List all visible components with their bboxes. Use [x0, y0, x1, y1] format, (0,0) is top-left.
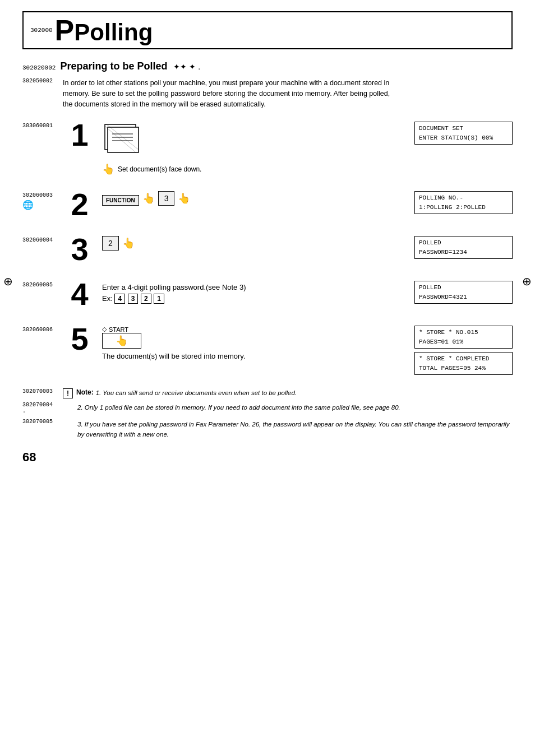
step-5-left: ◇ START 👆 The document(s) will be stored… — [102, 326, 246, 360]
left-cross-mark: ⊕ — [3, 275, 13, 288]
step-3-icon-area: 2 👆 — [102, 236, 135, 251]
start-label: ◇ START — [102, 326, 246, 333]
right-cross-mark: ⊕ — [522, 275, 532, 288]
hand-pointer-3: 👆 — [122, 237, 135, 249]
step-5-code: 302060006 — [22, 323, 63, 333]
intro-text: In order to let other stations poll your… — [63, 78, 399, 109]
note-2-code: 302070004 · — [22, 402, 63, 415]
key-2-button[interactable]: 2 — [102, 236, 119, 251]
step-1: 303060001 1 — [22, 119, 513, 175]
step-1-desc: Set document(s) face down. — [118, 165, 201, 173]
step-3-display: POLLED PASSWORD=1234 — [414, 236, 513, 259]
step-4-content: Enter a 4-digit polling password.(see No… — [96, 279, 513, 304]
step-5-content: ◇ START 👆 The document(s) will be stored… — [96, 323, 513, 375]
step-5: 302060006 5 ◇ START 👆 The document(s) wi… — [22, 323, 513, 375]
step-1-number: 1 — [63, 119, 96, 151]
step-5-number: 5 — [63, 323, 96, 355]
section-heading: 302020002 Preparing to be Polled ✦✦ ✦ . — [22, 61, 513, 72]
intro-block: 302050002 In order to let other stations… — [22, 78, 513, 109]
hand-pointer-5: 👆 — [116, 335, 128, 347]
function-button[interactable]: FUNCTION — [102, 195, 139, 206]
step-5-display-2: * STORE * COMPLETED TOTAL PAGES=05 24% — [414, 352, 513, 375]
note-1-code: 302070003 — [22, 388, 63, 395]
step-1-content: 👆 Set document(s) face down. DOCUMENT SE… — [96, 119, 513, 175]
note-row-3: 302070005 3. If you have set the polling… — [22, 419, 513, 439]
step-5-displays: * STORE * NO.015 PAGES=01 01% * STORE * … — [414, 326, 513, 375]
page-number: 68 — [22, 450, 513, 465]
diamond-icon: ◇ — [102, 326, 107, 333]
note-label: Note: — [76, 388, 94, 396]
step-3-number: 3 — [63, 234, 96, 265]
title-P: P — [55, 14, 75, 47]
note-3-code: 302070005 — [22, 419, 63, 425]
note-icon: ! — [63, 388, 73, 398]
step-1-display: DOCUMENT SET ENTER STATION(S) 00% — [414, 122, 513, 145]
step-3: 302060004 3 2 👆 POLLED PASSWORD=1234 — [22, 234, 513, 265]
document-icon — [102, 122, 153, 161]
svg-rect-1 — [108, 127, 139, 152]
step-2-display: POLLING NO.- 1:POLLING 2:POLLED — [414, 191, 513, 214]
header-code: 302000 — [30, 27, 53, 34]
notes-section: 302070003 ! Note: 1. You can still send … — [22, 388, 513, 439]
hand-pointer-1: 👆 — [102, 163, 114, 175]
step-5-display-1: * STORE * NO.015 PAGES=01 01% — [414, 326, 513, 349]
step-4-text-area: Enter a 4-digit polling password.(see No… — [102, 281, 246, 304]
note-2-text: 2. Only 1 polled file can be stored in m… — [77, 404, 400, 411]
step-4-code: 302060005 — [22, 279, 63, 288]
step-2: 302060003 🌐 2 FUNCTION 👆 3 👆 POLL — [22, 189, 513, 220]
hand-pointer-2a: 👆 — [142, 192, 155, 205]
step-4-display: POLLED PASSWORD=4321 — [414, 281, 513, 304]
steps-area: 303060001 1 — [22, 119, 513, 375]
step-4-example: Ex: 4 3 2 1 — [102, 294, 246, 304]
key-1: 1 — [154, 294, 164, 304]
step-4-desc: Enter a 4-digit polling password.(see No… — [102, 283, 246, 291]
start-button[interactable]: 👆 — [102, 333, 141, 349]
step-2-code: 302060003 🌐 — [22, 189, 63, 211]
step-4-number: 4 — [63, 279, 96, 310]
step-3-content: 2 👆 POLLED PASSWORD=1234 — [96, 234, 513, 259]
step-4: 302060005 4 Enter a 4-digit polling pass… — [22, 279, 513, 310]
note-row-2: 302070004 · 2. Only 1 polled file can be… — [22, 402, 513, 415]
note-row-1: 302070003 ! Note: 1. You can still send … — [22, 388, 513, 398]
note-3-text: 3. If you have set the polling password … — [77, 421, 510, 438]
intro-side-code: 302050002 — [22, 78, 63, 84]
step-2-icon-area: FUNCTION 👆 3 👆 — [102, 191, 190, 206]
key-3: 3 — [128, 294, 139, 304]
step-2-number: 2 — [63, 189, 96, 220]
section-code: 302020002 — [22, 64, 56, 71]
page-header: 302000 PPolling — [22, 11, 513, 49]
step-2-content: FUNCTION 👆 3 👆 POLLING NO.- 1:POLLING 2:… — [96, 189, 513, 214]
key-3-button[interactable]: 3 — [158, 191, 175, 206]
note-1-text: 1. You can still send or receive documen… — [96, 388, 297, 397]
step-5-desc: The document(s) will be stored into memo… — [102, 352, 246, 360]
step-3-code: 302060004 — [22, 234, 63, 243]
page-title: PPolling — [55, 16, 153, 45]
key-4: 4 — [114, 294, 125, 304]
step-1-icon: 👆 Set document(s) face down. — [102, 122, 201, 175]
hand-pointer-2b: 👆 — [178, 192, 190, 205]
section-title: Preparing to be Polled ✦✦ ✦ . — [60, 61, 200, 72]
step-1-code: 303060001 — [22, 119, 63, 129]
key-2: 2 — [141, 294, 151, 304]
